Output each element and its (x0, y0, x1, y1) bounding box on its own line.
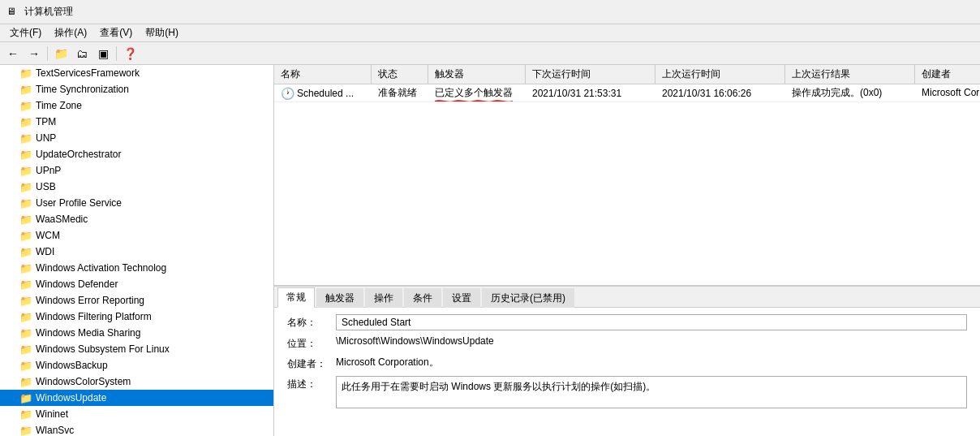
help-button[interactable]: ❓ (120, 45, 140, 63)
detail-name-label: 名称： (287, 314, 336, 330)
menu-bar: 文件(F) 操作(A) 查看(V) 帮助(H) (0, 24, 980, 42)
folder-icon: 📁 (19, 115, 32, 128)
folder-icon: 📁 (19, 148, 32, 161)
detail-content: 名称： Scheduled Start 位置： \Microsoft\Windo… (274, 308, 980, 436)
detail-desc-value: 此任务用于在需要时启动 Windows 更新服务以执行计划的操作(如扫描)。 (336, 376, 967, 408)
col-header-trigger[interactable]: 触发器 (428, 65, 526, 84)
detail-author-label: 创建者： (287, 356, 336, 371)
menu-file[interactable]: 文件(F) (3, 24, 48, 41)
col-header-status[interactable]: 状态 (372, 65, 428, 84)
forward-button[interactable]: → (24, 45, 44, 63)
sidebar-item-wlansvc[interactable]: 📁 WlanSvc (0, 422, 273, 436)
col-header-name[interactable]: 名称 (274, 65, 372, 84)
cell-last-run: 2021/10/31 16:06:26 (655, 86, 785, 101)
cell-name: 🕐 Scheduled ... (274, 85, 372, 101)
sidebar-item-windowsupdate[interactable]: 📁 WindowsUpdate (0, 390, 273, 406)
folder-icon: 📁 (19, 229, 32, 242)
folder-icon: 📁 (19, 99, 32, 112)
cell-trigger: 已定义多个触发器 (428, 84, 526, 101)
detail-name-value: Scheduled Start (336, 314, 967, 330)
detail-name-row: 名称： Scheduled Start (287, 314, 967, 330)
col-header-result[interactable]: 上次运行结果 (785, 65, 915, 84)
tab-triggers[interactable]: 触发器 (316, 288, 363, 308)
table-area: 名称 状态 触发器 下次运行时间 上次运行时间 上次运行结果 创建者 创建时间 … (274, 65, 980, 286)
col-header-last[interactable]: 上次运行时间 (655, 65, 785, 84)
sidebar-item-wdi[interactable]: 📁 WDI (0, 244, 273, 260)
folder-icon: 📁 (19, 359, 32, 372)
sidebar-item-winmediasharing[interactable]: 📁 Windows Media Sharing (0, 325, 273, 341)
folder-icon: 📁 (19, 375, 32, 388)
title-bar: 🖥 计算机管理 (0, 0, 980, 24)
sidebar-item-winerrorreporting[interactable]: 📁 Windows Error Reporting (0, 292, 273, 309)
sidebar-item-wincolorsystem[interactable]: 📁 WindowsColorSystem (0, 373, 273, 390)
folder-icon: 📁 (19, 132, 32, 145)
detail-desc-label: 描述： (287, 376, 336, 391)
folder-icon: 📁 (19, 408, 32, 421)
detail-location-value: \Microsoft\Windows\WindowsUpdate (336, 335, 967, 347)
sidebar-item-wcm[interactable]: 📁 WCM (0, 227, 273, 244)
folder-icon: 📁 (19, 278, 32, 291)
sidebar-item-timezone[interactable]: 📁 Time Zone (0, 97, 273, 114)
trigger-annotation: 已定义多个触发器 (435, 86, 513, 100)
folder-icon: 📁 (19, 180, 32, 193)
folder-icon: 📁 (19, 245, 32, 258)
folder-icon: 📁 (19, 310, 32, 323)
toolbar: ← → 📁 🗂 ▣ ❓ (0, 42, 980, 65)
sidebar-item-unp[interactable]: 📁 UNP (0, 130, 273, 146)
detail-location-label: 位置： (287, 335, 336, 351)
menu-action[interactable]: 操作(A) (48, 24, 93, 41)
right-panel: 名称 状态 触发器 下次运行时间 上次运行时间 上次运行结果 创建者 创建时间 … (274, 65, 980, 436)
folder-icon: 📁 (19, 424, 32, 436)
tab-history[interactable]: 历史记录(已禁用) (482, 288, 574, 308)
folder-icon: 📁 (19, 83, 32, 96)
sidebar-item-upnp[interactable]: 📁 UPnP (0, 162, 273, 179)
folder-icon: 📁 (19, 343, 32, 356)
sidebar-item-waasmedic[interactable]: 📁 WaaSMedic (0, 211, 273, 227)
red-underline (435, 98, 513, 101)
detail-panel: 常规 触发器 操作 条件 设置 历史记录(已禁用) 名称： Scheduled … (274, 286, 980, 436)
sidebar-item-winactivation[interactable]: 📁 Windows Activation Technolog (0, 260, 273, 276)
annotation-container: 🕐 Scheduled ... (281, 88, 354, 100)
col-header-author[interactable]: 创建者 (915, 65, 980, 84)
toolbar-separator-2 (116, 46, 117, 61)
sidebar-item-wsl[interactable]: 📁 Windows Subsystem For Linux (0, 341, 273, 357)
col-header-next[interactable]: 下次运行时间 (526, 65, 655, 84)
sidebar-item-windefender[interactable]: 📁 Windows Defender (0, 276, 273, 292)
title-bar-icon: 🖥 (6, 6, 19, 19)
table-row[interactable]: 🕐 Scheduled ... 准备就绪 已定义多个触发器 (274, 84, 980, 102)
sidebar-item-updateorchestrator[interactable]: 📁 UpdateOrchestrator (0, 146, 273, 162)
task-icon: 🕐 (281, 87, 294, 100)
cell-author: Microsoft Corporation。 (915, 84, 980, 101)
folder-icon: 📁 (19, 294, 32, 307)
sidebar-item-userprofile[interactable]: 📁 User Profile Service (0, 195, 273, 211)
table-header: 名称 状态 触发器 下次运行时间 上次运行时间 上次运行结果 创建者 创建时间 (274, 65, 980, 84)
sidebar-item-usb[interactable]: 📁 USB (0, 179, 273, 195)
sidebar-item-winfiltering[interactable]: 📁 Windows Filtering Platform (0, 309, 273, 325)
sidebar-item-wininet[interactable]: 📁 Wininet (0, 406, 273, 422)
title-bar-text: 计算机管理 (24, 5, 73, 19)
folder-icon-selected: 📁 (19, 391, 32, 404)
panel-button[interactable]: 🗂 (72, 45, 92, 63)
tab-actions[interactable]: 操作 (365, 288, 402, 308)
folder-up-button[interactable]: 📁 (51, 45, 71, 63)
cell-status: 准备就绪 (372, 84, 428, 101)
folder-icon: 📁 (19, 196, 32, 209)
detail-author-value: Microsoft Corporation。 (336, 356, 967, 369)
tab-conditions[interactable]: 条件 (404, 288, 441, 308)
sidebar-item-textservices[interactable]: 📁 TextServicesFramework (0, 65, 273, 81)
menu-help[interactable]: 帮助(H) (139, 24, 185, 41)
back-button[interactable]: ← (3, 45, 23, 63)
sidebar-item-timesync[interactable]: 📁 Time Synchronization (0, 81, 273, 97)
sidebar-item-winbackup[interactable]: 📁 WindowsBackup (0, 357, 273, 373)
tab-general[interactable]: 常规 (277, 287, 315, 308)
folder-icon: 📁 (19, 213, 32, 226)
tab-settings[interactable]: 设置 (443, 288, 480, 308)
sidebar: 📁 TextServicesFramework 📁 Time Synchroni… (0, 65, 274, 436)
cell-next-run: 2021/10/31 21:53:31 (526, 86, 655, 101)
sidebar-item-tpm[interactable]: 📁 TPM (0, 114, 273, 130)
show-button[interactable]: ▣ (93, 45, 113, 63)
menu-view[interactable]: 查看(V) (93, 24, 139, 41)
folder-icon: 📁 (19, 164, 32, 177)
folder-icon: 📁 (19, 326, 32, 339)
cell-last-result: 操作成功完成。(0x0) (785, 84, 915, 101)
